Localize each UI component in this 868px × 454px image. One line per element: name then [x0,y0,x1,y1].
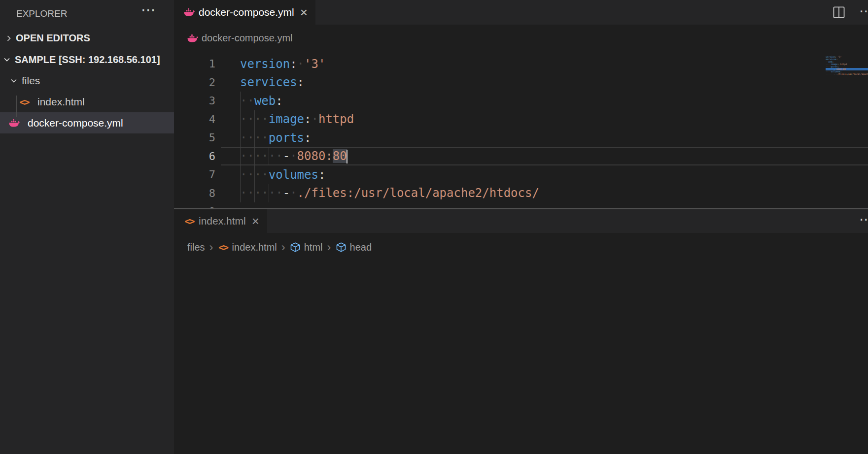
tab-label: docker-compose.yml [199,6,294,18]
tab-bar-bottom: <> index.html × ⋯ [174,209,868,233]
chevron-right-icon [4,33,14,43]
tab-index-html[interactable]: <> index.html × [174,209,267,233]
code-line-1: 1 version:·'3' [174,55,868,73]
html-file-icon: <> [218,242,229,253]
symbol-cube-icon [336,242,347,253]
line-number: 2 [174,76,215,89]
explorer-title: EXPLORER [16,8,67,19]
breadcrumb-separator: › [281,240,285,254]
html-file-icon: <> [19,97,30,107]
file-tree: files<> index.html docker-compose.yml [0,70,174,133]
breadcrumb-separator: › [209,240,213,254]
split-editor-icon[interactable] [833,6,845,19]
explorer-more-actions-icon[interactable]: ⋯ [141,1,156,18]
code-editor-yaml[interactable]: version:·'3'services:··web:····image:·ht… [174,52,868,208]
code-line-8: 8 ······-·./files:/usr/local/apache2/htd… [174,184,868,203]
line-number: 8 [174,187,215,199]
open-editors-label: OPEN EDITORS [16,32,90,44]
minimap[interactable]: version:·'3'services:··web:····image:·ht… [826,56,868,78]
line-number: 1 [174,58,215,70]
tab-docker-compose[interactable]: docker-compose.yml × [174,0,315,25]
line-number: 5 [174,131,215,144]
chevron-down-icon [2,55,12,65]
breadcrumb-item[interactable]: head [336,242,372,253]
breadcrumb: files›<>index.html›html›head [174,233,868,261]
tab-bar-top: docker-compose.yml × ⋯ [174,0,868,25]
breadcrumb: docker-compose.yml [174,25,868,52]
text-cursor [347,150,347,163]
close-icon[interactable]: × [299,6,309,19]
workspace-root-label: SAMPLE [SSH: 192.168.56.101] [15,54,160,65]
tree-item-docker-compose-yml[interactable]: docker-compose.yml [0,112,174,133]
tree-item-index-html[interactable]: <> index.html [0,91,174,112]
breadcrumb-item[interactable]: html [290,242,323,253]
breadcrumb-item[interactable]: files [187,242,205,253]
minimap-line [826,75,868,78]
breadcrumb-item[interactable]: docker-compose.yml [187,32,293,44]
tree-item-label: docker-compose.yml [28,117,123,129]
tree-indent-guide [16,96,17,117]
tree-item-files[interactable]: files [0,70,174,91]
docker-icon [9,118,20,129]
code-line-6: 6 ······-·8080:80 [174,147,868,166]
line-number: 4 [174,113,215,126]
tree-item-label: index.html [37,96,85,108]
line-number: 7 [174,168,215,181]
breadcrumb-separator: › [327,240,331,254]
code-line-9: 9 [174,202,868,208]
workspace-root-row[interactable]: SAMPLE [SSH: 192.168.56.101] [0,49,174,70]
line-number: 3 [174,95,215,107]
code-line-7: 7 ····volumes: [174,165,868,184]
explorer-header: EXPLORER ⋯ [0,0,174,28]
more-actions-icon[interactable]: ⋯ [859,211,868,227]
editor-group-top: docker-compose.yml × ⋯ docker-compose.ym… [174,0,868,208]
open-editors-section[interactable]: OPEN EDITORS [0,28,174,49]
editor-area: docker-compose.yml × ⋯ docker-compose.ym… [174,0,868,454]
symbol-cube-icon [290,242,301,253]
explorer-sidebar: EXPLORER ⋯ OPEN EDITORS SAMPLE [SSH: 192… [0,0,174,454]
tab-label: index.html [199,215,246,227]
tree-item-label: files [22,75,40,87]
docker-icon [187,33,198,44]
docker-icon [184,7,195,18]
code-line-4: 4 ····image:·httpd [174,110,868,129]
line-number: 9 [174,205,215,208]
breadcrumb-item[interactable]: <>index.html [218,242,277,253]
line-number: 6 [174,150,215,162]
code-line-5: 5 ····ports: [174,129,868,147]
code-line-2: 2 services: [174,73,868,92]
more-actions-icon[interactable]: ⋯ [859,3,868,19]
code-line-3: 3 ··web: [174,92,868,110]
html-file-icon: <> [184,216,195,227]
close-icon[interactable]: × [251,215,260,227]
editor-group-bottom: <> index.html × ⋯ files›<>index.html›htm… [174,208,868,454]
